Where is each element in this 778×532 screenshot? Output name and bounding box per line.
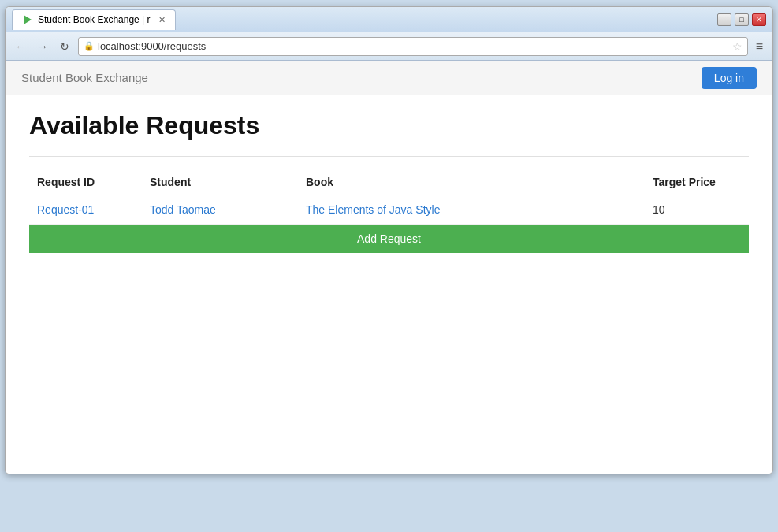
login-button[interactable]: Log in [702,67,757,89]
address-input-wrap: 🔒 localhost:9000/requests ☆ [78,37,748,56]
table-header: Request ID Student Book Target Price [29,169,749,195]
browser-tab[interactable]: Student Book Exchange | r ✕ [12,9,176,30]
svg-marker-0 [24,15,32,24]
tab-title: Student Book Exchange | r [38,14,151,25]
col-header-target-price: Target Price [645,169,749,195]
title-bar-left: Student Book Exchange | r ✕ [12,9,717,30]
col-header-request-id: Request ID [29,169,142,195]
back-button[interactable]: ← [12,38,29,55]
refresh-button[interactable]: ↻ [56,38,73,55]
minimize-button[interactable]: ─ [717,13,731,26]
book-link[interactable]: The Elements of Java Style [306,203,440,216]
close-button[interactable]: ✕ [752,13,766,26]
table-row: Request-01 Todd Taomae The Elements of J… [29,195,749,225]
add-request-button[interactable]: Add Request [29,225,749,253]
title-bar: Student Book Exchange | r ✕ ─ □ ✕ [6,7,772,32]
request-id-link[interactable]: Request-01 [37,203,94,216]
student-link[interactable]: Todd Taomae [150,203,216,216]
cell-request-id: Request-01 [29,195,142,225]
tab-close-button[interactable]: ✕ [158,15,166,25]
browser-menu-button[interactable]: ≡ [753,39,766,54]
table-header-row: Request ID Student Book Target Price [29,169,749,195]
browser-window: Student Book Exchange | r ✕ ─ □ ✕ ← → ↻ [5,6,773,474]
bookmark-star-icon[interactable]: ☆ [732,40,743,53]
window-controls: ─ □ ✕ [717,13,766,26]
forward-button[interactable]: → [34,38,51,55]
col-header-book: Book [298,169,645,195]
address-lock-icon: 🔒 [84,41,95,51]
col-header-student: Student [142,169,298,195]
app-navbar: Student Book Exchange Log in [6,61,772,95]
address-bar: ← → ↻ 🔒 localhost:9000/requests ☆ ≡ [6,32,772,61]
app-brand: Student Book Exchange [21,71,702,84]
requests-table: Request ID Student Book Target Price Req… [29,169,749,225]
cell-student: Todd Taomae [142,195,298,225]
table-body: Request-01 Todd Taomae The Elements of J… [29,195,749,225]
page-title: Available Requests [29,111,749,140]
maximize-button[interactable]: □ [735,13,749,26]
tab-icon [22,14,33,25]
cell-target-price: 10 [645,195,749,225]
divider [29,156,749,157]
page-content: Available Requests Request ID Student Bo… [6,95,772,474]
address-url[interactable]: localhost:9000/requests [98,40,732,52]
cell-book: The Elements of Java Style [298,195,645,225]
